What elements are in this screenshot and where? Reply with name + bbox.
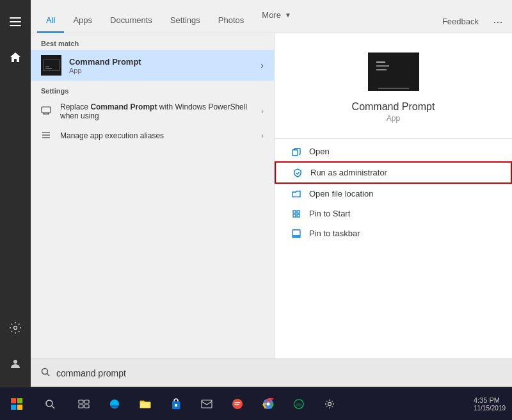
svg-rect-1 (10, 21, 21, 22)
shield-icon (291, 168, 304, 177)
command-prompt-result[interactable]: Command Prompt App › (31, 50, 274, 81)
svg-point-35 (232, 399, 243, 409)
svg-rect-30 (79, 405, 83, 408)
chevron-down-icon: ▼ (285, 12, 291, 19)
svg-rect-0 (10, 17, 21, 19)
taskbar-explorer[interactable] (131, 387, 160, 421)
tab-settings[interactable]: Settings (161, 0, 209, 33)
result-type: App (69, 67, 260, 74)
svg-rect-23 (17, 398, 22, 403)
taskbar-edge-2[interactable] (284, 387, 314, 421)
action-pin-taskbar-label: Pin to taskbar (309, 229, 360, 238)
action-file-location-label: Open file location (309, 189, 373, 198)
search-input[interactable] (56, 368, 502, 378)
svg-rect-25 (17, 405, 22, 410)
app-subtitle: App (387, 114, 400, 123)
start-button[interactable] (0, 387, 33, 421)
svg-rect-28 (79, 400, 83, 403)
tab-documents[interactable]: Documents (101, 0, 161, 33)
sidebar-user[interactable] (0, 347, 31, 380)
svg-point-39 (267, 402, 270, 405)
settings-text-2: Manage app execution aliases (60, 131, 261, 140)
pin-taskbar-icon (290, 229, 303, 238)
settings-item-powershell[interactable]: Replace Command Prompt with Windows Powe… (31, 97, 274, 125)
svg-point-26 (46, 400, 52, 407)
result-arrow-icon: › (260, 60, 264, 70)
taskbar-store[interactable] (161, 387, 191, 421)
search-bar (31, 359, 512, 387)
sidebar-home[interactable] (0, 41, 31, 74)
action-open-label: Open (309, 147, 330, 156)
svg-rect-15 (297, 211, 300, 213)
pin-start-icon (290, 209, 303, 218)
action-open[interactable]: Open (275, 141, 512, 161)
action-pin-start-label: Pin to Start (309, 209, 350, 218)
svg-rect-29 (84, 400, 89, 403)
taskbar-tray: 4:35 PM11/15/2019 (474, 396, 512, 412)
tab-bar: All Apps Documents Settings Photos More … (31, 0, 512, 33)
taskbar-icons (67, 387, 474, 421)
open-icon (290, 147, 303, 156)
sidebar-settings[interactable] (0, 311, 31, 344)
settings-label: Settings (31, 81, 274, 97)
svg-rect-24 (11, 405, 16, 410)
svg-line-27 (52, 406, 54, 408)
svg-rect-2 (10, 25, 21, 26)
app-preview-icon (368, 52, 419, 91)
sidebar (0, 0, 31, 387)
taskbar-time: 4:35 PM11/15/2019 (474, 396, 506, 412)
svg-rect-33 (175, 404, 177, 407)
svg-rect-17 (297, 214, 300, 217)
divider-1 (275, 138, 512, 139)
svg-point-4 (13, 360, 17, 364)
taskbar-edge[interactable] (100, 387, 129, 421)
svg-rect-19 (292, 236, 300, 238)
more-dots-button[interactable]: ··· (490, 17, 506, 33)
taskbar-messaging[interactable] (223, 387, 252, 421)
svg-rect-34 (202, 400, 212, 408)
monitor-icon (41, 106, 54, 117)
svg-line-21 (47, 374, 50, 376)
svg-rect-18 (292, 230, 300, 236)
left-panel: Best match Command Prompt App › Settings (31, 33, 274, 387)
svg-rect-22 (11, 398, 16, 403)
svg-rect-14 (293, 211, 296, 213)
folder-icon (290, 190, 303, 198)
search-container: All Apps Documents Settings Photos More … (31, 0, 512, 387)
tab-apps[interactable]: Apps (64, 0, 101, 33)
svg-rect-5 (42, 107, 51, 113)
svg-point-40 (296, 403, 302, 407)
settings-arrow-2-icon: › (261, 131, 264, 140)
cmd-icon (41, 55, 61, 76)
taskbar-chrome[interactable] (253, 387, 283, 421)
settings-text-1: Replace Command Prompt with Windows Powe… (60, 102, 261, 120)
action-open-file-location[interactable]: Open file location (275, 184, 512, 204)
tab-all[interactable]: All (37, 0, 64, 33)
feedback-button[interactable]: Feedback (433, 12, 488, 33)
content-area: Best match Command Prompt App › Settings (31, 33, 512, 387)
settings-item-aliases[interactable]: Manage app execution aliases › (31, 125, 274, 146)
settings-arrow-1-icon: › (261, 107, 264, 116)
list-icon (41, 131, 54, 141)
action-pin-start[interactable]: Pin to Start (275, 204, 512, 223)
app-title: Command Prompt (352, 101, 435, 113)
best-match-label: Best match (31, 33, 274, 50)
search-bar-icon (41, 368, 50, 378)
taskbar-settings[interactable] (315, 387, 344, 421)
taskbar-search-button[interactable] (33, 387, 67, 421)
tab-photos[interactable]: Photos (209, 0, 253, 33)
sidebar-hamburger[interactable] (0, 5, 31, 38)
action-pin-taskbar[interactable]: Pin to taskbar (275, 223, 512, 243)
svg-rect-16 (293, 214, 296, 217)
taskbar: 4:35 PM11/15/2019 (0, 387, 512, 420)
taskbar-mail[interactable] (192, 387, 221, 421)
result-text: Command Prompt App (69, 57, 260, 74)
action-admin-label: Run as administrator (310, 168, 387, 177)
action-run-as-admin[interactable]: Run as administrator (275, 161, 512, 184)
svg-rect-31 (84, 405, 89, 408)
taskbar-task-view[interactable] (69, 387, 99, 421)
svg-rect-13 (292, 150, 298, 156)
svg-point-3 (14, 327, 17, 330)
svg-point-41 (328, 402, 332, 405)
tab-more[interactable]: More ▼ (253, 0, 300, 33)
